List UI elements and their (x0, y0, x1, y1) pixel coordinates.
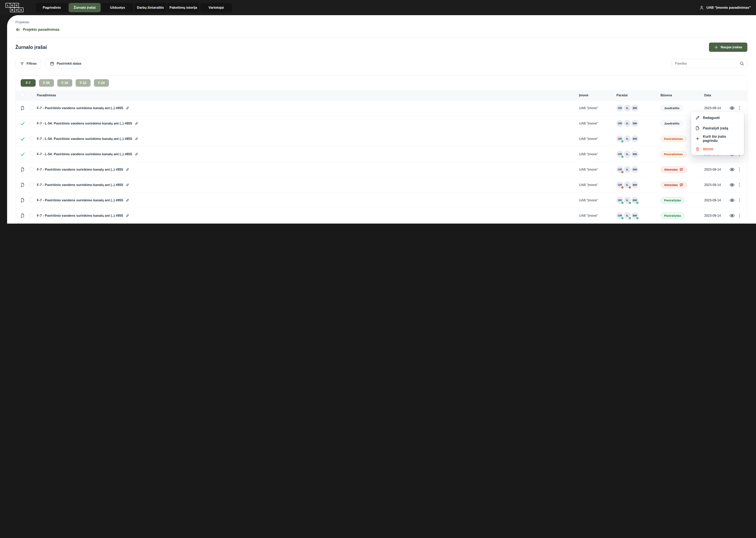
kebab-dots-icon[interactable] (736, 197, 742, 203)
record-title-cell: F-7 - L-54: Paviršinio vandens surinkimo… (37, 152, 579, 156)
nav-item-6[interactable]: Vartotojai (200, 3, 232, 12)
record-title-cell: F-7 - L-54: Paviršinio vandens surinkimo… (37, 137, 579, 141)
nav-item-3[interactable]: Užduotys (102, 3, 133, 12)
view-record-button[interactable] (728, 166, 736, 173)
record-company: UAB "Įmonė" (579, 214, 616, 217)
signature-avatar-or: OR (616, 197, 623, 204)
logo-row: LOG (6, 3, 25, 8)
col-name: Pavadinimas (37, 93, 579, 97)
view-record-button[interactable] (728, 105, 736, 112)
signature-avatar-or: OR (616, 166, 623, 173)
record-title[interactable]: F-7 - Paviršinio vandens surinkimo kanal… (37, 106, 123, 110)
record-title[interactable]: F-7 - Paviršinio vandens surinkimo kanal… (37, 198, 123, 202)
menu-item-2[interactable]: Pasirašyti įrašą (691, 123, 744, 134)
kebab-dots-icon[interactable] (736, 167, 742, 172)
select-all-checkbox[interactable] (20, 93, 24, 97)
menu-item-4[interactable]: Ištrinti (691, 144, 744, 154)
record-title[interactable]: F-7 - Paviršinio vandens surinkimo kanal… (37, 168, 123, 172)
row-checkbox[interactable] (29, 106, 33, 110)
nav-item-4[interactable]: Darbų žiniaraštis (134, 3, 166, 12)
kebab-dots-icon[interactable] (736, 182, 742, 188)
row-checkbox[interactable] (29, 167, 33, 171)
kebab-dots-icon[interactable] (736, 105, 742, 111)
table-row: F-7 - Paviršinio vandens surinkimo kanal… (16, 208, 747, 223)
table-row: F-7 - Paviršinio vandens surinkimo kanal… (16, 193, 747, 208)
top-header: LOGBOX PagrindinisŽurnalo įrašaiUžduotys… (0, 0, 756, 15)
comment-icon[interactable] (680, 168, 684, 172)
record-title[interactable]: F-7 - Paviršinio vandens surinkimo kanal… (37, 183, 123, 187)
account-menu[interactable]: UAB “Įmonės pavadinimas” (699, 5, 751, 10)
status-label: Juodraštis (664, 122, 680, 125)
signature-avatar-or: OR (616, 135, 623, 142)
menu-item-1[interactable]: Redaguoti (691, 113, 744, 123)
search-icon[interactable] (739, 61, 744, 66)
link-icon[interactable] (125, 168, 129, 171)
link-icon[interactable] (125, 183, 129, 187)
signature-avatar-or: OR (616, 182, 623, 188)
menu-item-label: Pasirašyti įrašą (703, 126, 728, 131)
kebab-dots-icon[interactable] (736, 213, 742, 218)
chip-f-7[interactable]: F-7 (21, 79, 36, 87)
col-status: Būsena (661, 93, 704, 97)
row-checkbox[interactable] (29, 152, 33, 156)
chip-f-12[interactable]: F-12 (75, 79, 91, 87)
link-icon[interactable] (135, 137, 138, 141)
filter-button[interactable]: Filtras (15, 59, 41, 68)
table-body: F-7 - Paviršinio vandens surinkimo kanal… (16, 100, 747, 223)
table-row: F-7 - Paviršinio vandens surinkimo kanal… (16, 177, 747, 193)
status-label: Pasirašytas (664, 214, 681, 217)
status-badge: Pasirašytas (661, 197, 685, 204)
row-checkbox[interactable] (29, 121, 33, 125)
col-signatures: Parašai (616, 93, 661, 97)
signature-avatar-bm: BM (631, 197, 638, 204)
record-title-cell: F-7 - Paviršinio vandens surinkimo kanal… (37, 183, 579, 187)
record-company: UAB "Įmonė" (579, 198, 616, 202)
signature-avatar-bm: BM (631, 182, 638, 188)
signature-avatar-il: IL (624, 135, 631, 142)
view-record-button[interactable] (728, 197, 736, 204)
record-title[interactable]: F-7 - Paviršinio vandens surinkimo kanal… (37, 214, 123, 218)
search (671, 59, 747, 68)
table-row: F-7 - Paviršinio vandens surinkimo kanal… (16, 100, 747, 116)
signature-avatar-il: IL (624, 182, 631, 188)
nav-item-2[interactable]: Žurnalo įrašai (69, 3, 101, 12)
chip-f-10[interactable]: F-10 (57, 79, 72, 87)
record-title[interactable]: F-7 - L-54: Paviršinio vandens surinkimo… (37, 137, 132, 141)
record-title[interactable]: F-7 - L-54: Paviršinio vandens surinkimo… (37, 122, 132, 126)
nav-item-1[interactable]: Pagrindinis (36, 3, 68, 12)
menu-item-3[interactable]: Kurti šio įrašo pagrindu (691, 134, 744, 144)
link-icon[interactable] (125, 214, 129, 217)
back-to-project-link[interactable]: Projekto pavadinimas (15, 27, 60, 32)
record-title-cell: F-7 - Paviršinio vandens surinkimo kanal… (37, 198, 579, 202)
view-record-button[interactable] (728, 212, 736, 219)
logo-letter: O (14, 8, 19, 12)
logo-letter: G (14, 3, 19, 8)
link-icon[interactable] (135, 122, 138, 125)
plus-icon (695, 136, 700, 141)
row-checkbox[interactable] (29, 183, 33, 187)
chip-f-56[interactable]: F-56 (39, 79, 54, 87)
record-company: UAB "Įmonė" (579, 168, 616, 171)
view-record-button[interactable] (728, 182, 736, 188)
link-icon[interactable] (125, 106, 129, 110)
row-checkbox[interactable] (29, 136, 33, 140)
comment-icon[interactable] (680, 183, 684, 187)
link-icon[interactable] (125, 198, 129, 202)
chip-f-24[interactable]: F-24 (94, 79, 109, 87)
plus-icon (714, 45, 718, 49)
nav-item-5[interactable]: Pakeitimų istorija (167, 3, 199, 12)
record-date: 2023-09-14 (704, 214, 728, 217)
link-icon[interactable] (135, 152, 138, 156)
search-input[interactable] (671, 59, 747, 68)
calendar-icon (50, 61, 54, 66)
status-badge: Pasirašytas (661, 212, 685, 219)
new-record-button[interactable]: Naujas įrašas (709, 42, 747, 52)
pick-dates-button[interactable]: Pasirinkti datas (45, 59, 86, 68)
record-title[interactable]: F-7 - L-54: Paviršinio vandens surinkimo… (37, 152, 132, 156)
content-sheet: Projektas Projekto pavadinimas Žurnalo į… (7, 15, 756, 224)
form-type-chips: F-7F-56F-10F-12F-24 (16, 76, 747, 90)
signed-badge-icon (621, 140, 624, 143)
row-checkbox[interactable] (29, 213, 33, 217)
logbox-logo[interactable]: LOGBOX (6, 3, 25, 12)
row-checkbox[interactable] (29, 198, 33, 202)
